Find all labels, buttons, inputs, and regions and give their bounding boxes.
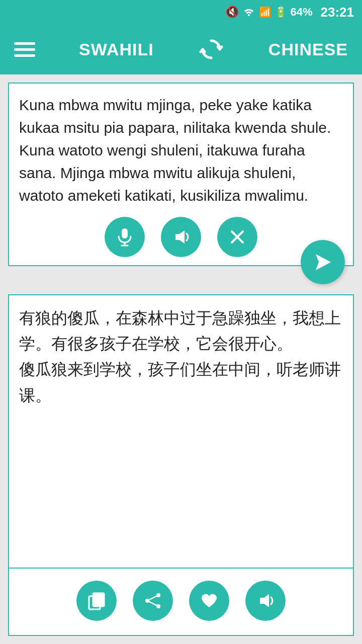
status-icons: 🔇 📶 🔋 64%	[225, 5, 312, 19]
favorite-button[interactable]	[189, 581, 229, 621]
toolbar: SWAHILI CHINESE	[0, 24, 362, 74]
menu-button[interactable]	[14, 42, 35, 57]
copy-button[interactable]	[76, 581, 117, 621]
wifi-icon	[242, 5, 256, 19]
target-controls	[8, 569, 354, 636]
target-panel: 有狼的傻瓜，在森林中过于急躁独坐，我想上学。有很多孩子在学校，它会很开心。傻瓜狼…	[8, 294, 354, 569]
swap-languages-button[interactable]	[198, 36, 225, 63]
svg-marker-3	[175, 230, 185, 244]
svg-line-13	[147, 595, 158, 601]
target-language-label[interactable]: CHINESE	[268, 40, 348, 59]
status-bar: 🔇 📶 🔋 64% 23:21	[0, 0, 362, 24]
share-button[interactable]	[133, 581, 173, 621]
main-content: Kuna mbwa mwitu mjinga, peke yake katika…	[0, 74, 362, 644]
svg-line-14	[147, 601, 158, 606]
mute-icon: 🔇	[225, 6, 239, 19]
signal-icon: 📶	[259, 6, 272, 18]
battery-icon: 🔋	[275, 6, 287, 18]
microphone-button[interactable]	[105, 217, 145, 257]
source-text[interactable]: Kuna mbwa mwitu mjinga, peke yake katika…	[19, 94, 343, 207]
svg-rect-0	[122, 228, 128, 238]
status-time: 23:21	[321, 5, 354, 20]
svg-rect-8	[93, 593, 104, 606]
source-controls	[19, 217, 343, 257]
svg-marker-6	[316, 254, 331, 270]
speak-target-button[interactable]	[245, 581, 286, 621]
target-text: 有狼的傻瓜，在森林中过于急躁独坐，我想上学。有很多孩子在学校，它会很开心。傻瓜狼…	[19, 305, 343, 409]
source-language-label[interactable]: SWAHILI	[79, 40, 154, 59]
clear-button[interactable]	[217, 217, 257, 257]
svg-marker-15	[260, 594, 269, 607]
send-button[interactable]	[301, 240, 345, 284]
source-panel: Kuna mbwa mwitu mjinga, peke yake katika…	[8, 83, 354, 266]
speak-source-button[interactable]	[161, 217, 201, 257]
battery-percent: 64%	[290, 6, 312, 19]
